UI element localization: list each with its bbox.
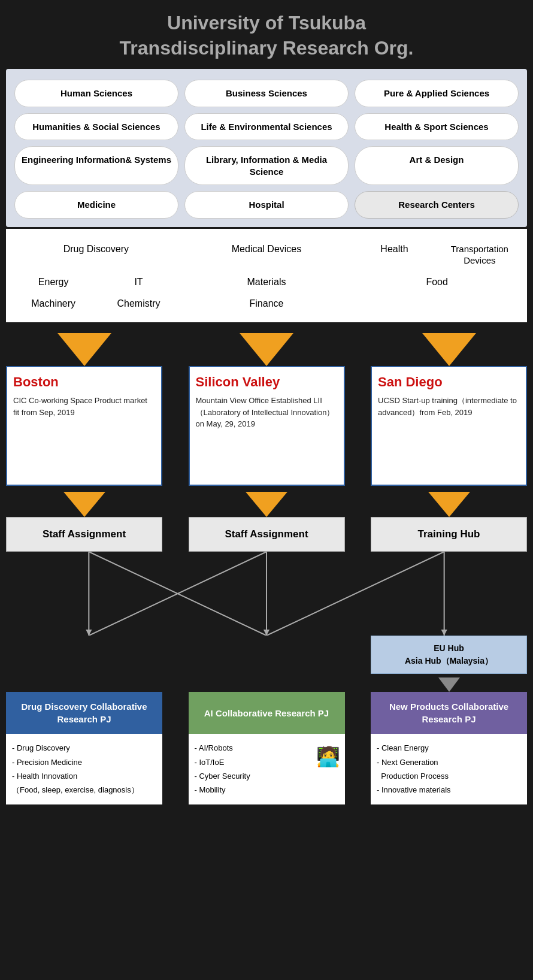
grid-box-art: Art & Design (355, 146, 519, 185)
staff-box-3: Training Hub (371, 517, 527, 552)
research-header-new-products: New Products Collaborative Research PJ (371, 692, 527, 734)
industries-grid: Drug Discovery Medical Devices Health Tr… (12, 241, 521, 313)
silicon-valley-desc: Mountain View Office Established LII（Lab… (196, 395, 338, 430)
header: University of Tsukuba Transdisciplinary … (0, 0, 533, 69)
grid-box-engineering: Engineering Information& Systems (14, 146, 178, 185)
san-diego-name: San Diego (378, 374, 520, 390)
grid-box-hospital: Hospital (184, 191, 349, 219)
ai-figure: 🧑‍💻 (316, 740, 340, 775)
asia-hub-label: Asia Hub（Malaysia） (405, 656, 493, 666)
cross-section (0, 552, 533, 636)
university-grid: Human Sciences Business Sciences Pure & … (14, 80, 519, 219)
drug-item-3: - Health Innovation (12, 769, 156, 783)
arrow-col2-2 (189, 492, 345, 517)
arrow-down-1 (57, 333, 111, 366)
industry-food: Food (353, 274, 521, 291)
arrow2-1 (63, 492, 105, 517)
hub-arrow-section (0, 674, 533, 692)
hub-box: EU Hub Asia Hub（Malaysia） (371, 636, 527, 674)
grid-box-research-centers: Research Centers (355, 191, 519, 219)
arrow-col-3 (371, 333, 527, 366)
grid-box-humanities: Humanities & Social Sciences (14, 113, 178, 141)
hub-arrow-down (438, 677, 460, 692)
staff-box-1: Staff Assignment (6, 517, 162, 552)
page-wrapper: University of Tsukuba Transdisciplinary … (0, 0, 533, 816)
hub-arrow-col (371, 677, 527, 692)
title-line1: University of Tsukuba (167, 12, 366, 34)
hub-section: EU Hub Asia Hub（Malaysia） (0, 636, 533, 674)
san-diego-desc: UCSD Start-up training（intermediate to a… (378, 395, 520, 418)
arrow-col2-3 (371, 492, 527, 517)
location-san-diego: San Diego UCSD Start-up training（interme… (371, 366, 527, 486)
university-section: Human Sciences Business Sciences Pure & … (6, 69, 527, 227)
arrows-section2 (0, 486, 533, 517)
industries-section: Drug Discovery Medical Devices Health Tr… (6, 227, 527, 323)
research-header-drug: Drug Discovery Collaborative Research PJ (6, 692, 162, 734)
eu-hub-label: EU Hub (434, 643, 464, 653)
header-title: University of Tsukuba Transdisciplinary … (6, 11, 527, 61)
np-item-1: - Clean Energy (377, 741, 521, 755)
arrows-section (0, 322, 533, 366)
arrow-down-3 (422, 333, 476, 366)
grid-box-medicine: Medicine (14, 191, 178, 219)
ai-item-4: - Mobility (195, 783, 339, 797)
grid-box-human-sciences: Human Sciences (14, 80, 178, 107)
location-boston: Boston CIC Co-working Space Product mark… (6, 366, 162, 486)
drug-item-1: - Drug Discovery (12, 741, 156, 755)
grid-box-life-sciences: Life & Environmental Sciences (184, 113, 349, 141)
research-body-ai: - AI/Robots - IoT/IoE - Cyber Security -… (189, 734, 345, 804)
grid-box-pure-sciences: Pure & Applied Sciences (355, 80, 519, 107)
industry-drug-discovery: Drug Discovery (12, 241, 180, 269)
title-line2: Transdisciplinary Research Org. (120, 37, 414, 59)
location-silicon-valley: Silicon Valley Mountain View Office Esta… (189, 366, 345, 486)
arrow2-2 (246, 492, 287, 517)
cross-lines-svg (0, 552, 533, 636)
research-card-drug: Drug Discovery Collaborative Research PJ… (6, 692, 162, 804)
arrow-col-1 (6, 333, 162, 366)
research-body-new-products: - Clean Energy - Next Generation Product… (371, 734, 527, 804)
drug-item-2: - Precision Medicine (12, 755, 156, 769)
research-card-new-products: New Products Collaborative Research PJ -… (371, 692, 527, 804)
industry-machinery: Machinery (12, 295, 95, 313)
industry-chemistry: Chemistry (97, 295, 180, 313)
staff-section: Staff Assignment Staff Assignment Traini… (0, 517, 533, 552)
industry-it: IT (97, 274, 180, 291)
research-section: Drug Discovery Collaborative Research PJ… (0, 692, 533, 816)
np-item-3: - Innovative materials (377, 783, 521, 797)
arrow2-3 (428, 492, 470, 517)
industry-materials: Materials (183, 274, 351, 291)
np-item-2: - Next Generation Production Process (377, 755, 521, 784)
boston-desc: CIC Co-working Space Product market fit … (13, 395, 155, 418)
grid-box-library: Library, Information & Media Science (184, 146, 349, 185)
research-header-ai: AI Collaborative Research PJ (189, 692, 345, 734)
arrow-col-2 (189, 333, 345, 366)
research-card-ai: AI Collaborative Research PJ - AI/Robots… (189, 692, 345, 804)
boston-name: Boston (13, 374, 155, 390)
industry-health: Health (353, 241, 435, 269)
svg-line-5 (266, 552, 444, 636)
industry-transport: TransportationDevices (438, 241, 521, 269)
locations-section: Boston CIC Co-working Space Product mark… (0, 366, 533, 486)
arrow-col2-1 (6, 492, 162, 517)
svg-marker-8 (441, 630, 447, 636)
industry-energy: Energy (12, 274, 95, 291)
silicon-valley-name: Silicon Valley (196, 374, 338, 390)
staff-box-2: Staff Assignment (189, 517, 345, 552)
arrow-down-2 (240, 333, 293, 366)
research-body-drug: - Drug Discovery - Precision Medicine - … (6, 734, 162, 804)
grid-box-health-sport: Health & Sport Sciences (355, 113, 519, 141)
grid-box-business-sciences: Business Sciences (184, 80, 349, 107)
industry-finance: Finance (183, 295, 351, 313)
industry-medical-devices: Medical Devices (183, 241, 351, 269)
drug-item-4: （Food, sleep, exercise, diagnosis） (12, 783, 156, 797)
